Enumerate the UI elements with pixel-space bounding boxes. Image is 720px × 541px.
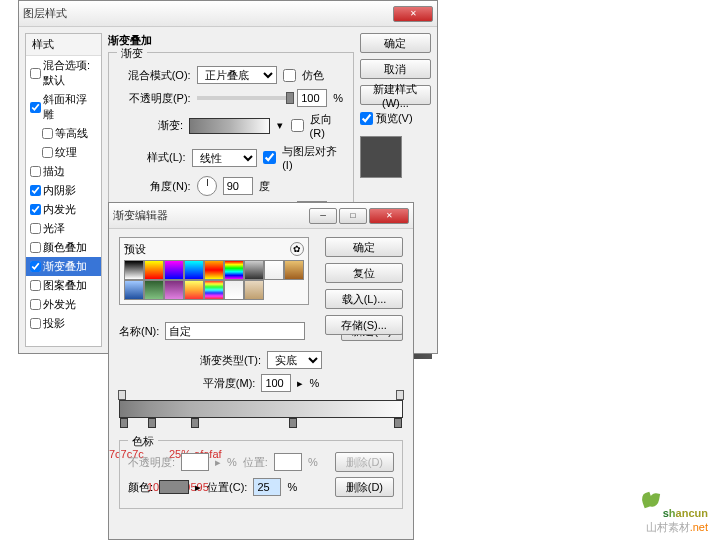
sidebar-item[interactable]: 颜色叠加: [26, 238, 101, 257]
preset-label: 预设: [124, 242, 146, 257]
position-label: 位置(C):: [207, 480, 247, 495]
save-button[interactable]: 存储(S)...: [325, 315, 403, 335]
ok-button[interactable]: 确定: [360, 33, 431, 53]
gradient-swatch[interactable]: [164, 280, 184, 300]
gear-icon[interactable]: ✿: [290, 242, 304, 256]
color-stop[interactable]: [289, 418, 297, 428]
gradient-swatch[interactable]: [244, 280, 264, 300]
color-stop[interactable]: [120, 418, 128, 428]
type-select[interactable]: 实底: [267, 351, 322, 369]
sidebar-item-label: 纹理: [55, 145, 77, 160]
angle-input[interactable]: [223, 177, 253, 195]
color-stop[interactable]: [191, 418, 199, 428]
blend-select[interactable]: 正片叠底: [197, 66, 277, 84]
gradient-swatch[interactable]: [244, 260, 264, 280]
sidebar-item[interactable]: 混合选项:默认: [26, 56, 101, 90]
gradient-swatch[interactable]: [124, 260, 144, 280]
sidebar-item-label: 渐变叠加: [43, 259, 87, 274]
gradient-swatch[interactable]: [284, 260, 304, 280]
dither-checkbox[interactable]: [283, 69, 296, 82]
gradient-label: 渐变:: [119, 118, 183, 133]
gradient-swatch[interactable]: [184, 280, 204, 300]
chevron-down-icon[interactable]: ▾: [276, 119, 285, 132]
gradient-swatch[interactable]: [124, 280, 144, 300]
style-checkbox[interactable]: [30, 223, 41, 234]
sidebar-item-label: 描边: [43, 164, 65, 179]
load-button[interactable]: 载入(L)...: [325, 289, 403, 309]
gradient-bar[interactable]: [119, 400, 403, 418]
style-checkbox[interactable]: [30, 318, 41, 329]
sidebar-item[interactable]: 内发光: [26, 200, 101, 219]
sidebar-item[interactable]: 光泽: [26, 219, 101, 238]
sidebar-item[interactable]: 投影: [26, 314, 101, 333]
sidebar-item[interactable]: 渐变叠加: [26, 257, 101, 276]
minimize-icon[interactable]: ─: [309, 208, 337, 224]
close-icon[interactable]: ✕: [393, 6, 433, 22]
titlebar[interactable]: 渐变编辑器 ─ □ ✕: [109, 203, 413, 229]
gradient-swatch[interactable]: [164, 260, 184, 280]
sidebar-item[interactable]: 等高线: [26, 124, 101, 143]
gradient-swatch[interactable]: [144, 260, 164, 280]
opacity-slider[interactable]: [197, 96, 292, 100]
reverse-checkbox[interactable]: [291, 119, 304, 132]
style-checkbox[interactable]: [42, 147, 53, 158]
name-input[interactable]: [165, 322, 305, 340]
chevron-down-icon[interactable]: ▸: [195, 481, 201, 494]
name-label: 名称(N):: [119, 324, 159, 339]
style-checkbox[interactable]: [30, 204, 41, 215]
gradient-swatch[interactable]: [204, 260, 224, 280]
reset-button[interactable]: 复位: [325, 263, 403, 283]
color-chip[interactable]: [159, 480, 189, 494]
preview-swatch: [360, 136, 402, 178]
style-checkbox[interactable]: [30, 185, 41, 196]
style-select[interactable]: 线性: [192, 149, 258, 167]
sidebar-item-label: 外发光: [43, 297, 76, 312]
sidebar-item[interactable]: 外发光: [26, 295, 101, 314]
align-checkbox[interactable]: [263, 151, 276, 164]
chevron-down-icon[interactable]: ▸: [297, 377, 303, 390]
style-checkbox[interactable]: [30, 242, 41, 253]
gradient-swatch[interactable]: [204, 280, 224, 300]
sidebar-item[interactable]: 描边: [26, 162, 101, 181]
maximize-icon[interactable]: □: [339, 208, 367, 224]
style-checkbox[interactable]: [30, 299, 41, 310]
opacity-stop[interactable]: [396, 390, 404, 400]
style-checkbox[interactable]: [30, 280, 41, 291]
gradient-swatch[interactable]: [144, 280, 164, 300]
sidebar-header: 样式: [26, 34, 101, 56]
style-label: 样式(L):: [119, 150, 186, 165]
style-checkbox[interactable]: [30, 68, 41, 79]
cancel-button[interactable]: 取消: [360, 59, 431, 79]
color-stop[interactable]: [148, 418, 156, 428]
close-icon[interactable]: ✕: [369, 208, 409, 224]
style-checkbox[interactable]: [30, 261, 41, 272]
ok-button[interactable]: 确定: [325, 237, 403, 257]
style-checkbox[interactable]: [30, 102, 41, 113]
position-input[interactable]: [253, 478, 281, 496]
sidebar-item[interactable]: 斜面和浮雕: [26, 90, 101, 124]
style-checkbox[interactable]: [30, 166, 41, 177]
gradient-swatch[interactable]: [184, 260, 204, 280]
opacity-stop-input: [181, 453, 209, 471]
opacity-stop[interactable]: [118, 390, 126, 400]
gradient-swatch[interactable]: [264, 260, 284, 280]
dialog-title: 渐变编辑器: [113, 208, 309, 223]
fieldset-legend: 渐变: [117, 46, 147, 61]
color-stop[interactable]: [394, 418, 402, 428]
type-label: 渐变类型(T):: [200, 353, 261, 368]
new-style-button[interactable]: 新建样式(W)...: [360, 85, 431, 105]
style-checkbox[interactable]: [42, 128, 53, 139]
sidebar-item-label: 等高线: [55, 126, 88, 141]
gradient-swatch[interactable]: [224, 260, 244, 280]
gradient-picker[interactable]: [189, 118, 270, 134]
delete-button[interactable]: 删除(D): [335, 477, 394, 497]
titlebar[interactable]: 图层样式 ✕: [19, 1, 437, 27]
opacity-input[interactable]: [297, 89, 327, 107]
preview-checkbox[interactable]: [360, 112, 373, 125]
gradient-swatch[interactable]: [224, 280, 244, 300]
angle-dial[interactable]: [197, 176, 217, 196]
sidebar-item[interactable]: 纹理: [26, 143, 101, 162]
smooth-input[interactable]: [261, 374, 291, 392]
sidebar-item[interactable]: 图案叠加: [26, 276, 101, 295]
sidebar-item[interactable]: 内阴影: [26, 181, 101, 200]
